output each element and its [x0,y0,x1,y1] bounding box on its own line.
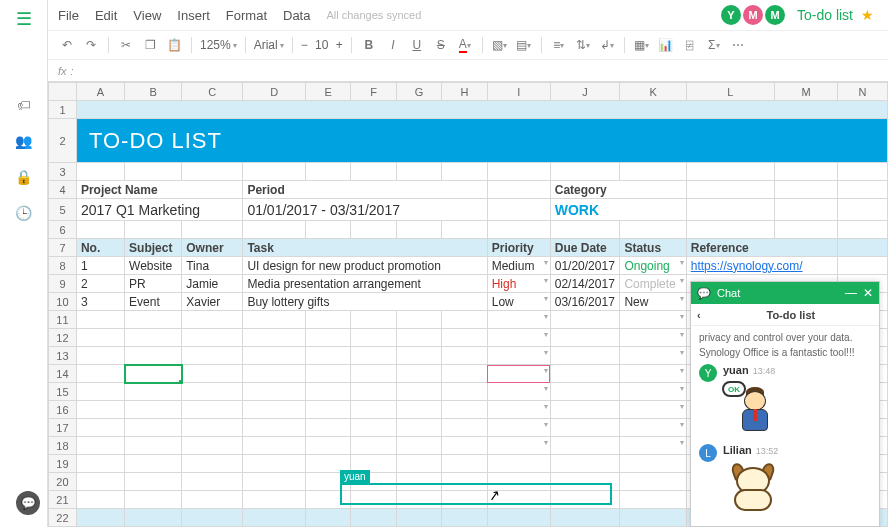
row-header[interactable]: 1 [49,101,77,119]
cell[interactable] [838,199,888,221]
row-header[interactable]: 3 [49,163,77,181]
hdr-subject[interactable]: Subject [125,239,182,257]
cell[interactable] [243,455,306,473]
cell[interactable] [550,509,620,527]
cell[interactable] [76,473,124,491]
cell[interactable] [442,347,487,365]
cell[interactable] [442,455,487,473]
fillcolor-icon[interactable]: ▧▾ [491,36,509,54]
col-header[interactable]: L [686,83,774,101]
cell-status[interactable]: Complete [620,275,686,293]
star-icon[interactable]: ★ [861,7,874,23]
cell-owner[interactable]: Tina [182,257,243,275]
cell[interactable] [125,311,182,329]
cell[interactable] [243,329,306,347]
cell[interactable] [76,311,124,329]
col-header[interactable]: H [442,83,487,101]
cell[interactable] [351,311,396,329]
cell[interactable] [620,419,686,437]
row-header[interactable]: 14 [49,365,77,383]
zoom-select[interactable]: 125%▾ [200,38,237,52]
cell[interactable] [550,383,620,401]
cell[interactable] [351,509,396,527]
cell[interactable] [306,509,351,527]
row-header[interactable]: 2 [49,119,77,163]
col-header[interactable]: I [487,83,550,101]
cell[interactable] [125,383,182,401]
cell-task[interactable]: UI design for new product promotion [243,257,487,275]
lock-icon[interactable]: 🔒 [15,168,33,186]
cell[interactable] [182,437,243,455]
cell[interactable] [838,239,888,257]
cell[interactable] [620,221,686,239]
cell[interactable] [125,437,182,455]
cell-subject[interactable]: PR [125,275,182,293]
row-header[interactable]: 15 [49,383,77,401]
cell[interactable] [620,401,686,419]
hdr-due[interactable]: Due Date [550,239,620,257]
cell[interactable] [550,455,620,473]
col-header[interactable]: G [396,83,442,101]
cell[interactable] [487,199,550,221]
cell[interactable] [487,509,550,527]
row-header[interactable]: 21 [49,491,77,509]
cell[interactable] [125,455,182,473]
cell[interactable] [620,383,686,401]
cell[interactable] [620,437,686,455]
cell[interactable] [775,199,838,221]
cell-priority[interactable]: Medium [487,257,550,275]
valign-icon[interactable]: ⇅▾ [574,36,592,54]
align-icon[interactable]: ≡▾ [550,36,568,54]
cell[interactable] [550,437,620,455]
cell[interactable] [838,257,888,275]
cell[interactable] [351,419,396,437]
hamburger-icon[interactable]: ☰ [16,8,32,30]
cell[interactable] [125,473,182,491]
collaborator-avatar[interactable]: Y [721,5,741,25]
cell[interactable] [76,163,124,181]
fontsize-select[interactable]: − 10 + [301,38,343,52]
cell[interactable] [125,419,182,437]
cell[interactable] [182,365,243,383]
cell[interactable] [442,509,487,527]
col-header[interactable]: M [775,83,838,101]
menu-insert[interactable]: Insert [177,8,210,23]
cell[interactable] [76,221,124,239]
cell[interactable] [396,437,442,455]
bold-icon[interactable]: B [360,36,378,54]
cell[interactable] [125,221,182,239]
cell[interactable] [442,311,487,329]
menu-file[interactable]: File [58,8,79,23]
cell[interactable] [550,419,620,437]
cell[interactable] [396,509,442,527]
undo-icon[interactable]: ↶ [58,36,76,54]
cell[interactable] [620,329,686,347]
cell-priority[interactable]: Low [487,293,550,311]
cell[interactable] [182,455,243,473]
cell-subject[interactable]: Event [125,293,182,311]
cell[interactable] [775,181,838,199]
cell[interactable] [487,383,550,401]
cell[interactable] [442,383,487,401]
cell[interactable] [306,419,351,437]
label-category[interactable]: Category [550,181,686,199]
cell[interactable] [125,163,182,181]
row-header[interactable]: 11 [49,311,77,329]
cell[interactable] [550,347,620,365]
cell[interactable] [838,221,888,239]
filter-icon[interactable]: ⍯ [681,36,699,54]
cell-subject[interactable]: Website [125,257,182,275]
cell[interactable] [351,163,396,181]
col-header[interactable]: C [182,83,243,101]
cell[interactable] [442,329,487,347]
cell[interactable] [243,419,306,437]
row-header[interactable]: 9 [49,275,77,293]
cell[interactable] [306,163,351,181]
col-header[interactable]: J [550,83,620,101]
hdr-no[interactable]: No. [76,239,124,257]
cell[interactable] [396,365,442,383]
document-title[interactable]: To-do list [797,7,853,23]
cell[interactable] [442,419,487,437]
cell-no[interactable]: 1 [76,257,124,275]
row-header[interactable]: 5 [49,199,77,221]
